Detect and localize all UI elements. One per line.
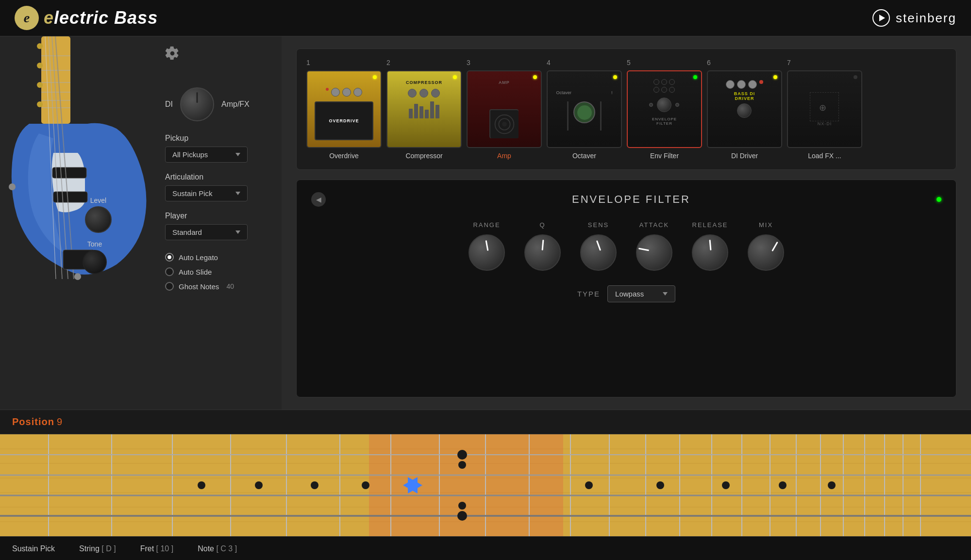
di-amp-control: DI Amp/FX	[165, 87, 272, 121]
ef-title: ENVELOPE FILTER	[572, 193, 690, 206]
pickup-value: All Pickups	[172, 150, 208, 159]
articulation-value: Sustain Pick	[172, 189, 213, 198]
fx-led-overdrive	[373, 75, 377, 79]
fx-slot-3-number: 3	[467, 59, 470, 66]
fx-slot-di-driver[interactable]: 6 BASS DIDRIVER	[707, 59, 782, 160]
octave-button[interactable]	[573, 101, 595, 123]
articulation-dropdown[interactable]: Sustain Pick	[165, 185, 248, 201]
ef-back-button[interactable]: ◀	[311, 192, 326, 207]
fx-slot-4-number: 4	[547, 59, 551, 66]
auto-legato-radio[interactable]	[165, 253, 174, 262]
steinberg-play-icon	[872, 9, 890, 27]
tone-knob-group: Tone	[83, 240, 107, 274]
ef-knob-mix-group: MIX	[748, 221, 784, 271]
ef-q-knob[interactable]	[524, 234, 561, 271]
ef-sens-knob[interactable]	[580, 234, 617, 271]
ef-range-knob[interactable]	[469, 234, 505, 271]
player-dropdown[interactable]: Standard	[165, 224, 248, 240]
fx-pedal-load-fx[interactable]: ⊕ NX-DI	[787, 70, 862, 148]
load-fx-body: ⊕ NX-DI	[792, 75, 858, 143]
ef-mix-knob[interactable]	[748, 234, 784, 271]
ef-type-dropdown[interactable]: Lowpass	[607, 285, 675, 302]
fx-slot-compressor[interactable]: 2 COMPRESSOR	[386, 59, 462, 160]
fx-slot-2-number: 2	[386, 59, 390, 66]
fx-slot-load-fx[interactable]: 7 ⊕ NX-DI Load FX ...	[787, 59, 862, 160]
position-label: Position	[12, 416, 54, 428]
di-amp-knob[interactable]	[180, 87, 214, 121]
fx-chain: 1 OVERDRIVE	[296, 49, 956, 170]
position-value: 9	[57, 416, 62, 428]
main-container: e electric Bass steinberg	[0, 0, 971, 560]
status-fret: Fret [ 10 ]	[140, 544, 174, 553]
ef-small-knob[interactable]	[657, 98, 671, 112]
fx-slot-7-number: 7	[787, 59, 791, 66]
svg-point-9	[37, 82, 43, 88]
ef-header: ◀ ENVELOPE FILTER	[311, 192, 941, 207]
player-dropdown-arrow	[235, 231, 240, 234]
articulation-section: Articulation Sustain Pick	[165, 173, 272, 201]
ef-type-dropdown-arrow	[663, 292, 668, 296]
svg-point-10	[37, 101, 43, 107]
fx-led-amp	[533, 75, 537, 79]
settings-icon[interactable]	[165, 46, 180, 61]
fx-slot-octaver[interactable]: 4 Octaver !	[547, 59, 622, 160]
fretboard-view[interactable]	[0, 434, 971, 536]
top-bar: e electric Bass steinberg	[0, 0, 971, 36]
svg-point-70	[779, 481, 787, 489]
fx-pedal-di-driver[interactable]: BASS DIDRIVER	[707, 70, 782, 148]
fx-pedal-octaver[interactable]: Octaver !	[547, 70, 622, 148]
svg-point-69	[722, 481, 730, 489]
pickup-dropdown[interactable]: All Pickups	[165, 147, 248, 163]
logo-icon: e	[15, 6, 39, 30]
ef-small-dots	[653, 79, 675, 93]
fx-slot-amp[interactable]: 3 AMP	[467, 59, 542, 160]
steinberg-logo: steinberg	[872, 9, 956, 27]
ef-knobs-row: RANGE Q SENS ATTACK	[311, 221, 941, 271]
articulation-label: Articulation	[165, 173, 272, 181]
ghost-notes-radio[interactable]	[165, 282, 174, 291]
ef-release-knob[interactable]	[692, 234, 728, 271]
player-section: Player Standard	[165, 212, 272, 240]
svg-point-62	[255, 481, 263, 489]
auto-legato-option[interactable]: Auto Legato	[165, 253, 272, 262]
fx-slot-env-filter[interactable]: 5	[627, 59, 702, 160]
ef-release-label: RELEASE	[692, 221, 728, 229]
ef-small-body: ENVELOPEFILTER	[632, 75, 698, 143]
envelope-filter-panel: ◀ ENVELOPE FILTER RANGE Q SENS	[296, 180, 956, 397]
amp-speaker	[489, 109, 519, 138]
fx-pedal-amp[interactable]: AMP	[467, 70, 542, 148]
ef-knob-sens-group: SENS	[580, 221, 617, 271]
svg-point-68	[656, 481, 664, 489]
content-area: DI Amp/FX Pickup All Pickups Articulatio…	[0, 36, 971, 410]
steinberg-brand-name: steinberg	[896, 11, 956, 26]
level-knob[interactable]	[85, 206, 112, 233]
fx-pedal-compressor[interactable]: COMPRESSOR	[386, 70, 462, 148]
auto-legato-label: Auto Legato	[179, 253, 218, 262]
player-value: Standard	[172, 228, 202, 236]
controls-panel: DI Amp/FX Pickup All Pickups Articulatio…	[155, 36, 282, 300]
fx-slot-overdrive[interactable]: 1 OVERDRIVE	[306, 59, 382, 160]
ghost-notes-option[interactable]: Ghost Notes 40	[165, 282, 272, 291]
pickup-label: Pickup	[165, 134, 272, 143]
overdrive-body: OVERDRIVE	[307, 71, 381, 147]
fx-pedal-env-filter[interactable]: ENVELOPEFILTER	[627, 70, 702, 148]
ef-range-label: RANGE	[473, 221, 500, 229]
fx-slot-6-number: 6	[707, 59, 711, 66]
auto-slide-option[interactable]: Auto Slide	[165, 267, 272, 276]
svg-point-18	[74, 273, 81, 280]
fx-name-load-fx: Load FX ...	[808, 152, 841, 160]
ef-attack-knob[interactable]	[636, 234, 672, 271]
auto-slide-radio[interactable]	[165, 267, 174, 276]
ghost-notes-value: 40	[226, 282, 234, 290]
fx-pedal-overdrive[interactable]: OVERDRIVE	[306, 70, 382, 148]
svg-point-67	[585, 481, 593, 489]
status-string: String [ D ]	[79, 544, 116, 553]
fx-slot-5-number: 5	[627, 59, 631, 66]
svg-rect-12	[53, 192, 87, 202]
guitar-panel: DI Amp/FX Pickup All Pickups Articulatio…	[0, 36, 282, 410]
svg-point-65	[458, 461, 466, 469]
svg-point-66	[458, 502, 466, 510]
tone-label: Tone	[87, 240, 102, 248]
tone-knob[interactable]	[83, 250, 107, 274]
ef-power-led	[937, 197, 941, 202]
